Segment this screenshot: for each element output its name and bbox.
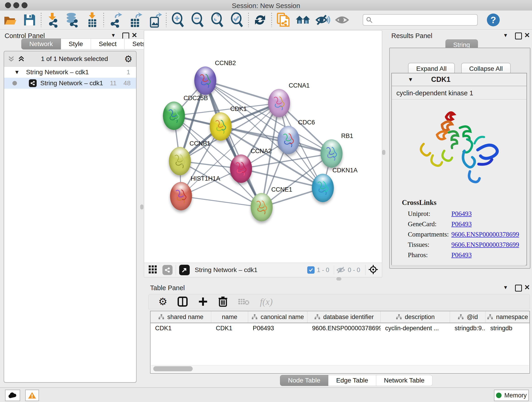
show-columns-icon[interactable] [177,296,188,307]
duplicate-network-button[interactable] [273,12,293,28]
node-CCNA2[interactable] [230,154,252,183]
table-settings-gear-icon[interactable]: ⚙ [158,297,167,307]
table-hscrollbar-thumb[interactable] [153,366,193,371]
node-RB1[interactable] [321,139,342,168]
zoom-selected-button[interactable] [227,12,247,28]
column-header-name[interactable]: name [211,311,248,323]
birdseye-view-button[interactable] [368,264,378,275]
structure-thumbnail-CCNB1 [173,153,187,170]
results-panel-float-icon[interactable] [515,32,522,39]
export-network-button[interactable] [105,12,125,28]
table-row[interactable]: CDK1CDK1P064939606.ENSP00000378699cyclin… [151,323,530,333]
detach-view-button[interactable] [179,265,190,275]
open-session-button[interactable] [0,12,20,28]
node-CCNB2[interactable] [194,66,216,95]
crosslink-link[interactable]: P06493 [451,251,472,259]
selected-checkbox-icon[interactable] [307,266,315,274]
results-scrollbar[interactable] [391,265,526,267]
hide-selected-button[interactable] [313,12,332,28]
card-collapse-icon[interactable]: ▼ [408,76,413,83]
zoom-in-button[interactable] [168,12,188,28]
network-collection-row[interactable]: ▼ String Network – cdk1 1 [4,67,136,78]
crosslink-link[interactable]: 9606.ENSP00000378699 [451,230,519,238]
tab-select[interactable]: Select [91,38,125,50]
title-bar: Session: New Session [0,0,532,11]
zoom-out-button[interactable] [188,12,207,28]
results-panel-close-icon[interactable]: ✕ [524,31,530,39]
control-panel-collapse-icon[interactable]: ▾ [112,32,115,39]
node-CDKN1A[interactable] [312,174,334,202]
crosslink-link[interactable]: P06493 [451,210,472,217]
expand-all-chevron-icon[interactable] [8,56,15,62]
show-all-button[interactable] [332,12,352,28]
table-cell[interactable]: P06493 [248,323,307,333]
import-database-icon [65,12,80,27]
crosslink-link[interactable]: 9606.ENSP00000378699 [451,241,519,249]
table-panel-float-icon[interactable] [515,285,522,292]
table-cell[interactable]: CDK1 [151,323,211,333]
node-CDK1[interactable] [210,112,232,141]
table-panel-collapse-icon[interactable]: ▾ [504,284,507,291]
column-header-canonical-name[interactable]: canonical name [248,311,307,323]
bottom-splitter-handle[interactable] [336,277,341,281]
table-cell[interactable]: 9606.ENSP00000378699 [307,323,380,333]
table-cell[interactable]: cyclin-dependent ... [380,323,450,333]
table-panel-close-icon[interactable]: ✕ [524,283,530,291]
import-network-file-button[interactable] [43,12,63,28]
toolbar-search[interactable] [363,14,478,26]
node-HIST1H1A[interactable] [170,182,192,211]
search-input[interactable] [373,16,470,24]
node-CDC6[interactable] [278,126,299,154]
warnings-button[interactable] [25,390,39,401]
grid-view-button[interactable] [148,265,157,275]
column-header-namespace[interactable]: namespace [486,311,530,323]
delete-column-icon[interactable] [218,296,228,307]
save-session-button[interactable] [20,12,39,28]
column-header-database-identifier[interactable]: database identifier [307,311,380,323]
node-CCNB1[interactable] [169,147,191,175]
results-panel-collapse-icon[interactable]: ▾ [504,32,507,39]
node-CCNE1[interactable] [251,193,273,221]
table-cell[interactable]: CDK1 [211,323,248,333]
tab-node-table[interactable]: Node Table [280,375,328,386]
tree-expand-icon[interactable]: ▼ [14,69,20,75]
tab-style[interactable]: Style [61,38,91,50]
apply-layout-button[interactable] [250,12,270,28]
network-canvas[interactable]: CCNB2 CCNA1 CDC25B CDK1 CDC6 RB1 [144,31,382,263]
left-splitter-handle[interactable] [140,204,143,210]
network-view-share-button[interactable] [162,265,172,275]
table-cell[interactable]: stringdb [486,323,530,333]
column-header-shared-name[interactable]: shared name [151,311,211,323]
help-button[interactable]: ? [487,13,500,26]
column-header--id[interactable]: @id [450,311,486,323]
node-table[interactable]: shared namename canonical name database … [150,311,530,374]
node-CCNA1[interactable] [268,89,290,117]
node-CDC25B[interactable] [163,102,185,130]
tab-network-table[interactable]: Network Table [376,375,433,386]
collapse-all-chevron-icon[interactable] [18,56,25,62]
control-panel-close-icon[interactable]: ✕ [132,31,137,39]
table-hscrollbar[interactable] [151,365,529,372]
import-network-database-button[interactable] [63,12,82,28]
structure-thumbnail-CCNA1 [272,95,286,112]
open-folder-icon [2,13,17,27]
tab-network[interactable]: Network [21,38,61,50]
tab-edge-table[interactable]: Edge Table [328,375,376,386]
import-table-file-button[interactable] [82,12,102,28]
right-splitter-handle[interactable] [382,150,385,155]
memory-button[interactable]: Memory [494,390,529,401]
add-column-icon[interactable] [198,297,208,307]
zoom-fit-button[interactable] [207,12,227,28]
export-table-button[interactable] [125,12,145,28]
column-header-description[interactable]: description [380,311,450,323]
crosslink-link[interactable]: P06493 [451,220,472,228]
table-cell[interactable]: stringdb:9... [450,323,486,333]
protein-structure-image [410,103,508,194]
export-image-button[interactable] [145,12,165,28]
function-builder-button: f(x) [260,296,273,307]
cloud-status-button[interactable] [5,390,20,401]
network-options-gear-icon[interactable]: ⚙ [124,54,133,64]
first-neighbors-button[interactable] [293,12,313,28]
network-row-selected[interactable]: String Network – cdk1 11 48 [4,78,136,89]
gene-card-header[interactable]: ▼ CDK1 [392,73,526,86]
